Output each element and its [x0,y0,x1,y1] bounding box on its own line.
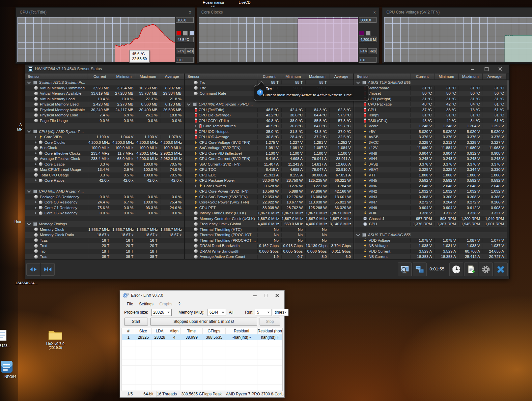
sensor-row[interactable]: Core C6 Residency0.0 %0.0 %0.0 %0.0 % [25,210,184,216]
y-max-input[interactable]: 3000.0 [359,17,377,23]
sensor-row[interactable]: Core Ratios42.0 x42.0 x42.0 x42.0 x [25,178,184,183]
sensor-row[interactable]: AVSB3.376 V3.376 V3.376 V3.376 V [354,134,507,140]
series-swatch[interactable] [359,31,364,36]
sensor-row[interactable]: Core Clocks4,200.0 MHz4,200.0 MHz4,200.0… [25,140,184,145]
stop-button[interactable]: Stop [260,318,280,326]
sensor-row[interactable]: CPU (Tctl/Tdie)48.5 °C42.4 °C84.3 °C62.3… [185,107,353,113]
graph-window-core-voltage[interactable]: CPU Core Voltage (SVI2 TFN) [382,7,532,64]
expand-arrow-icon[interactable] [35,152,37,155]
sensor-row[interactable]: Core Usage3.3 %0.0 %100.0 %70.5 % [25,162,184,167]
expand-arrow-icon[interactable] [35,212,37,214]
sensor-row[interactable]: Average Active Core Count1.90.78.06.0 [185,254,353,260]
sensor-row[interactable]: Thermal Throttling (PROCHOT ...NoNoNo [185,232,353,238]
sensor-row[interactable]: VDD Voltage1.075 V1.075 V1.087 V1.077 V [354,238,507,243]
sensor-group-row[interactable]: ASUS TUF GAMING B550... [354,232,507,238]
nav-back-button[interactable] [26,263,40,276]
sensor-row[interactable]: Package C6 Residency0.0 %0.0 %0.0 %0.0 % [25,194,184,200]
chevron-down-icon[interactable] [27,129,31,133]
vertical-scrollbar[interactable] [507,79,509,259]
desktop-label-fragment-nov[interactable]: Нов [14,220,21,224]
sensor-row[interactable]: Core C0 Residency24.4 %6.7 %100.0 %75.4 … [25,200,184,205]
expand-arrow-icon[interactable] [195,125,196,127]
sensor-row[interactable]: Trp18 T18 T18 T [25,249,184,254]
maximize-icon[interactable] [480,65,493,74]
sensor-row[interactable]: CPU Core VID (Effective)1.100 V1.100 V1.… [185,151,353,156]
graph-window-core-clocks[interactable]: Core Clocks x 3000.0 4,200.0 MH: Fit y R… [197,7,379,64]
sensor-row[interactable]: CPU Core Current (SVI2 TFN)8.416 A4.698 … [185,156,353,162]
close-icon[interactable] [272,291,283,300]
graph-window-title[interactable]: CPU (Tctl/Tdie) [16,8,195,17]
minimize-icon[interactable] [466,65,480,74]
column-header-current[interactable]: Current [257,74,281,79]
menu-file[interactable]: File [124,300,136,308]
sensor-row[interactable]: Motherboard31 °C31 °C31 °C31 °C [354,85,507,91]
sensor-group-row[interactable]: CPU [#0]: AMD Ryzen 7 ... [25,189,184,194]
sensor-row[interactable]: NB Voltage1.038 V1.031 V1.038 V1.037 V [354,243,507,249]
minimize-icon[interactable] [249,291,261,300]
voltage-plot[interactable] [384,17,532,63]
sensor-row[interactable]: Core+SoC Power (SVI2 TFN)22.922 W18.677 … [185,200,353,205]
column-header-maximum[interactable]: Maximum [136,74,160,79]
menu-graphs[interactable]: Graphs [156,300,175,308]
sensor-row[interactable]: Average Effective Clock233.4 MHz68.0 MHz… [25,156,184,162]
y-min-input[interactable]: 0.0 [359,57,377,63]
graph-window-title[interactable]: CPU Core Voltage (SVI2 TFN) [382,8,532,17]
start-button[interactable]: Start [124,318,148,326]
expand-arrow-icon[interactable] [35,136,37,138]
reset-button[interactable]: Reset [185,48,194,54]
remote-sensors-button[interactable] [413,262,427,276]
column-header-maximum[interactable]: Maximum [305,74,329,79]
sensor-row[interactable]: CPU PPT33.038 W28.762 W125.298 W66.329 W [185,205,353,211]
column-header-average[interactable]: Average [160,74,184,79]
series-swatch[interactable] [366,31,371,36]
sensor-group-row[interactable]: CPU [#0]: AMD Ryzen 7 PRO ... [185,102,353,107]
sensor-row[interactable]: DRAM Write Bandwidth0.066 Gbps0.005 Gbps… [185,249,353,254]
expand-arrow-icon[interactable] [35,163,37,166]
sensor-row[interactable]: NB Current18.353 A18.353 A25.412 A20.727… [354,254,507,260]
sensor-group-row[interactable]: CPU [#0]: AMD Ryzen 7 ... [25,129,184,135]
fit-y-button[interactable]: Fit y [359,48,367,54]
chevron-down-icon[interactable] [356,80,360,84]
y-min-input[interactable]: 0.0 [176,57,194,63]
temperature-plot[interactable]: 45.6 °C 22:58:59 [17,17,175,63]
run-count-select[interactable]: 5 [255,309,271,316]
graph-window-title[interactable]: Core Clocks [197,8,379,17]
sensor-row[interactable]: Memory Clock Ratio18.67 x18.67 x18.67 x1… [25,232,184,238]
sensor-row[interactable]: Physical Memory Available30,249 MB24,117… [25,107,184,113]
linx-titlebar[interactable]: Error - LinX v0.7.0 [120,291,284,300]
sensor-row[interactable]: Vcore1.248 V1.248 V1.264 V1.252 V [354,123,507,129]
desktop-label-fragment-a[interactable]: A [19,123,22,127]
column-header-maximum[interactable]: Maximum [459,74,483,79]
sensor-row[interactable]: Tcas16 T16 T16 T [25,238,184,243]
sensor-row[interactable]: +5V5.020 V5.020 V5.020 V5.020 V [354,129,507,135]
sensor-row[interactable]: VIN50.592 V0.592 V0.592 V0.592 V [354,178,507,183]
sensor-row[interactable]: Chassis1957 RPM893 RPM1,200 RPM1,049 RPM [354,216,507,222]
sensor-row[interactable]: TSI0 (CPU)48 °C42 °C84 °C61 °C [354,118,507,124]
sensor-row[interactable]: Total CPU Usage3.3 %0.5 %100.0 %70.5 % [25,172,184,178]
sensor-row[interactable]: CPU IOD Average30.8 °C28.4 °C37.2 °C32.5… [185,134,353,140]
sensor-row[interactable]: CPU1,376 RPM1,367 RPM1,945 RPM1,601 RPM [354,221,507,227]
sensor-row[interactable]: 3VSB3.376 V3.376 V3.376 V3.376 V [354,162,507,167]
close-icon[interactable] [493,65,507,74]
sensor-row[interactable]: Max CPU/Thread Usage13.4 %2.9 %100.0 %74… [25,167,184,172]
series-color-swatches[interactable] [176,31,194,36]
fit-y-button[interactable]: Fit y [176,48,184,54]
scrollbar-thumb[interactable] [507,80,509,110]
sensor-row[interactable]: Memory Controller Clock (UCLK)1,867.0 MH… [185,216,353,222]
sensor-row[interactable]: Core VIDs1.100 V1.044 V1.100 V1.079 V [25,134,184,140]
clock-plot[interactable] [199,17,358,63]
sensor-row[interactable]: VIN62.048 V2.048 V2.048 V2.048 V [354,183,507,189]
expand-arrow-icon[interactable] [35,201,37,203]
reset-button[interactable]: Reset [368,48,377,54]
sensor-row[interactable]: Virtual Memory Committed3,923 MB3,754 MB… [25,85,184,91]
chevron-down-icon[interactable] [356,232,360,236]
linx-window[interactable]: Error - LinX v0.7.0 File Settings Graphs… [120,290,285,398]
series-swatch[interactable] [183,31,188,36]
problem-size-select[interactable]: 28326 [151,309,172,316]
menu-settings[interactable]: Settings [136,300,156,308]
sensor-row[interactable]: Infinity Fabric Clock (FCLK)1,867.0 MHz1… [185,210,353,216]
monitor-search-button[interactable] [398,262,412,276]
sensor-row[interactable]: Memory Clock1,866.7 MHz1,866.7 MHz1,866.… [25,227,184,232]
column-header-minimum[interactable]: Minimum [112,74,136,79]
sensor-row[interactable]: +12V11.980 V11.884 V11.980 V11.963 V [354,145,507,151]
